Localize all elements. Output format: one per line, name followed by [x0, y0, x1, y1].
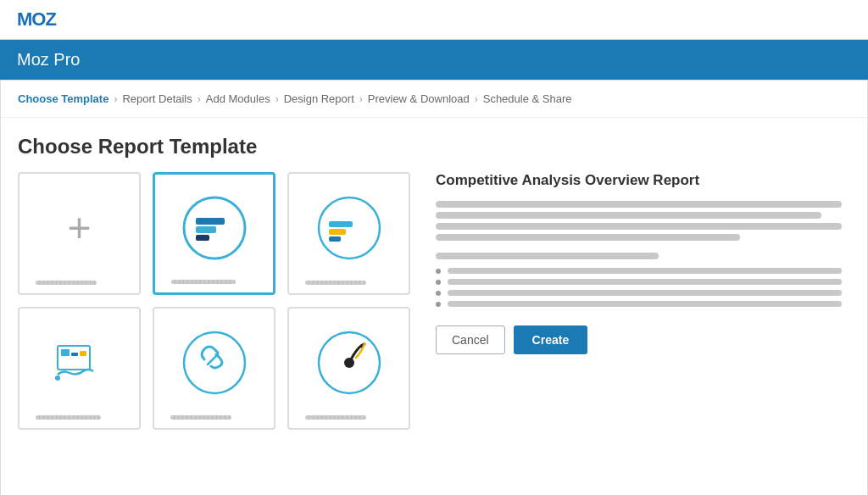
svg-point-12: [55, 375, 60, 381]
breadcrumb-preview-download[interactable]: Preview & Download: [368, 92, 470, 105]
desc-bullets: [436, 268, 842, 307]
svg-point-4: [319, 197, 380, 259]
template-area: +: [1, 172, 867, 430]
ranking-template-icon: [298, 182, 400, 274]
blank-card-label: [36, 281, 123, 285]
template-card-ranking[interactable]: [287, 172, 410, 295]
breadcrumb-add-modules[interactable]: Add Modules: [206, 92, 270, 105]
template-card-analytics[interactable]: [18, 307, 141, 430]
description-panel: Competitive Analysis Overview Report: [427, 172, 850, 430]
create-button[interactable]: Create: [514, 325, 588, 354]
template-grid: +: [18, 172, 410, 430]
template-card-competitive[interactable]: [153, 172, 275, 295]
top-bar: MOZ: [0, 0, 868, 40]
content-wrapper: Choose Template › Report Details › Add M…: [0, 80, 868, 495]
template-card-blank[interactable]: +: [18, 172, 141, 295]
desc-bullet-3: [436, 290, 842, 296]
desc-bullet-4: [436, 301, 842, 307]
desc-bullet-1: [436, 268, 842, 274]
svg-rect-5: [329, 221, 353, 227]
competitive-card-label: [171, 280, 257, 284]
links-card-label: [170, 415, 258, 420]
breadcrumb: Choose Template › Report Details › Add M…: [1, 81, 867, 118]
template-card-links[interactable]: [153, 307, 275, 430]
breadcrumb-design-report[interactable]: Design Report: [284, 92, 354, 105]
svg-rect-9: [61, 349, 70, 356]
breadcrumb-sep-5: ›: [475, 93, 478, 105]
breadcrumb-sep-3: ›: [275, 93, 279, 105]
breadcrumb-sep-1: ›: [114, 93, 117, 105]
cancel-button[interactable]: Cancel: [436, 325, 505, 354]
ranking-card-label: [305, 281, 392, 285]
desc-bullet-2: [436, 279, 842, 285]
breadcrumb-schedule-share[interactable]: Schedule & Share: [483, 92, 572, 105]
competitive-template-icon: [164, 183, 264, 273]
breadcrumb-sep-2: ›: [198, 93, 201, 105]
svg-rect-11: [80, 351, 86, 356]
blank-template-icon: +: [28, 182, 131, 274]
app-header: Moz Pro: [0, 40, 868, 80]
template-card-campaign[interactable]: [287, 307, 410, 430]
moz-logo: MOZ: [17, 8, 56, 31]
breadcrumb-choose-template[interactable]: Choose Template: [18, 92, 108, 105]
svg-rect-3: [196, 235, 209, 241]
app-title: Moz Pro: [17, 50, 851, 70]
action-buttons: Cancel Create: [436, 325, 842, 354]
svg-rect-7: [329, 236, 341, 242]
svg-rect-1: [196, 218, 225, 225]
svg-rect-2: [196, 226, 216, 233]
campaign-template-icon: [298, 317, 400, 409]
desc-title: Competitive Analysis Overview Report: [436, 172, 842, 189]
links-template-icon: [163, 317, 265, 409]
page-title: Choose Report Template: [1, 118, 867, 172]
campaign-card-label: [305, 415, 392, 420]
svg-rect-10: [71, 353, 78, 356]
svg-rect-6: [329, 229, 346, 235]
svg-point-13: [184, 332, 245, 393]
desc-text-lines: [436, 201, 842, 241]
breadcrumb-report-details[interactable]: Report Details: [122, 92, 192, 105]
breadcrumb-sep-4: ›: [359, 93, 363, 105]
analytics-template-icon: [28, 317, 131, 409]
analytics-card-label: [36, 415, 123, 420]
